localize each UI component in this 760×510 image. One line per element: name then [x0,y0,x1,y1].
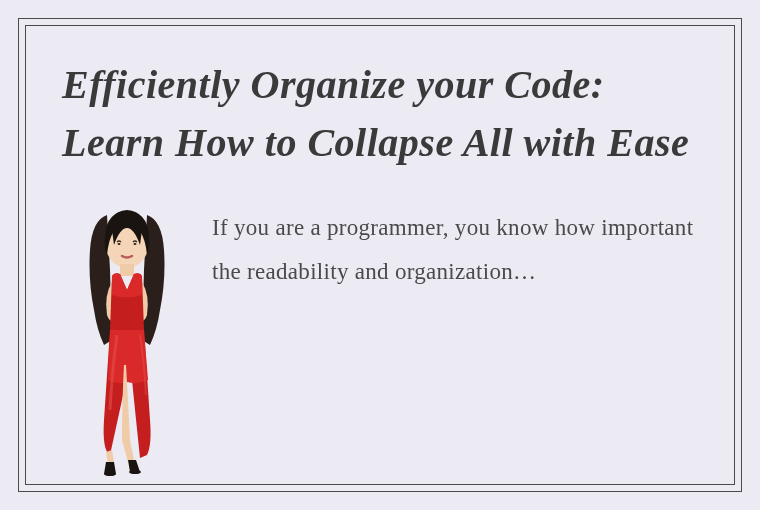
content-row: If you are a programmer, you know how im… [62,200,698,480]
inner-border: Efficiently Organize your Code: Learn Ho… [25,25,735,485]
svg-rect-3 [120,264,134,276]
woman-red-dress-illustration [62,200,192,480]
svg-point-2 [134,243,137,245]
article-excerpt: If you are a programmer, you know how im… [212,200,698,293]
article-title: Efficiently Organize your Code: Learn Ho… [62,56,698,172]
svg-point-7 [104,472,116,476]
svg-point-1 [118,243,121,245]
outer-border: Efficiently Organize your Code: Learn Ho… [18,18,742,492]
svg-point-6 [129,470,141,474]
